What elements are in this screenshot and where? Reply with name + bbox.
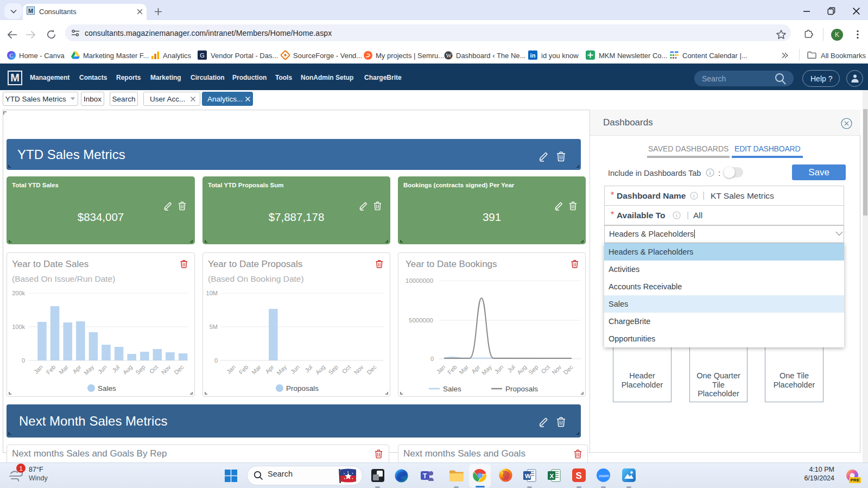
svg-text:X: X: [549, 473, 554, 479]
svg-text:Apr: Apr: [71, 364, 83, 375]
svg-text:0: 0: [22, 357, 25, 364]
svg-text:Aug: Aug: [314, 364, 326, 376]
svg-text:Nov: Nov: [160, 364, 173, 376]
svg-text:Mar: Mar: [250, 364, 262, 376]
svg-text:Jun: Jun: [97, 364, 108, 375]
svg-text:Jul: Jul: [111, 364, 121, 373]
svg-text:Proposals: Proposals: [286, 384, 319, 392]
svg-text:200k: 200k: [12, 290, 25, 296]
svg-text:5M: 5M: [210, 324, 218, 330]
svg-text:T: T: [423, 472, 427, 480]
svg-text:Jan: Jan: [225, 364, 237, 375]
svg-text:Sep: Sep: [327, 364, 339, 376]
svg-text:Dec: Dec: [562, 364, 574, 376]
svg-text:Apr: Apr: [470, 364, 481, 375]
svg-text:Proposals: Proposals: [505, 385, 538, 393]
svg-text:0: 0: [430, 356, 434, 362]
svg-text:May: May: [275, 364, 288, 377]
svg-text:Dec: Dec: [365, 364, 378, 376]
svg-text:Nov: Nov: [550, 364, 563, 376]
svg-text:W: W: [525, 473, 531, 479]
svg-text:May: May: [83, 364, 96, 377]
svg-text:Oct: Oct: [148, 364, 160, 375]
svg-text:Mar: Mar: [58, 364, 69, 376]
svg-text:10000000: 10000000: [406, 277, 433, 284]
svg-text:(Based On Booking Date): (Based On Booking Date): [208, 274, 304, 283]
svg-text:Mar: Mar: [458, 364, 470, 376]
svg-text:Aug: Aug: [516, 364, 528, 376]
svg-text:Apr: Apr: [264, 364, 275, 375]
svg-text:Jul: Jul: [506, 364, 516, 373]
svg-text:0: 0: [214, 357, 218, 364]
svg-text:Sep: Sep: [134, 364, 146, 376]
svg-text:Oct: Oct: [540, 364, 551, 375]
svg-text:Jul: Jul: [303, 364, 313, 373]
svg-text:May: May: [480, 364, 493, 377]
svg-text:Nov: Nov: [353, 364, 365, 376]
svg-text:Jun: Jun: [289, 364, 301, 375]
svg-text:Jan: Jan: [435, 364, 446, 375]
svg-text:zoom: zoom: [599, 473, 609, 478]
svg-text:10M: 10M: [206, 290, 218, 296]
svg-text:100k: 100k: [12, 324, 25, 330]
svg-text:Feb: Feb: [446, 364, 458, 376]
svg-text:Sep: Sep: [527, 364, 539, 376]
svg-text:5000000: 5000000: [409, 317, 433, 324]
svg-text:Jan: Jan: [33, 364, 44, 375]
svg-text:Year to Date Bookings: Year to Date Bookings: [406, 259, 497, 269]
svg-text:(Based On Issue/Run Date): (Based On Issue/Run Date): [12, 274, 115, 283]
svg-text:Aug: Aug: [122, 364, 134, 376]
svg-text:S: S: [576, 471, 582, 481]
svg-text:Dec: Dec: [173, 364, 185, 376]
svg-text:Sales: Sales: [443, 385, 461, 393]
svg-text:Year to Date Proposals: Year to Date Proposals: [208, 259, 302, 269]
svg-text:Feb: Feb: [238, 364, 250, 376]
svg-text:Oct: Oct: [341, 364, 352, 375]
svg-text:Feb: Feb: [45, 364, 57, 376]
svg-text:Jun: Jun: [493, 364, 504, 375]
svg-text:Year to Date Sales: Year to Date Sales: [12, 259, 88, 269]
svg-text:Sales: Sales: [98, 384, 116, 392]
